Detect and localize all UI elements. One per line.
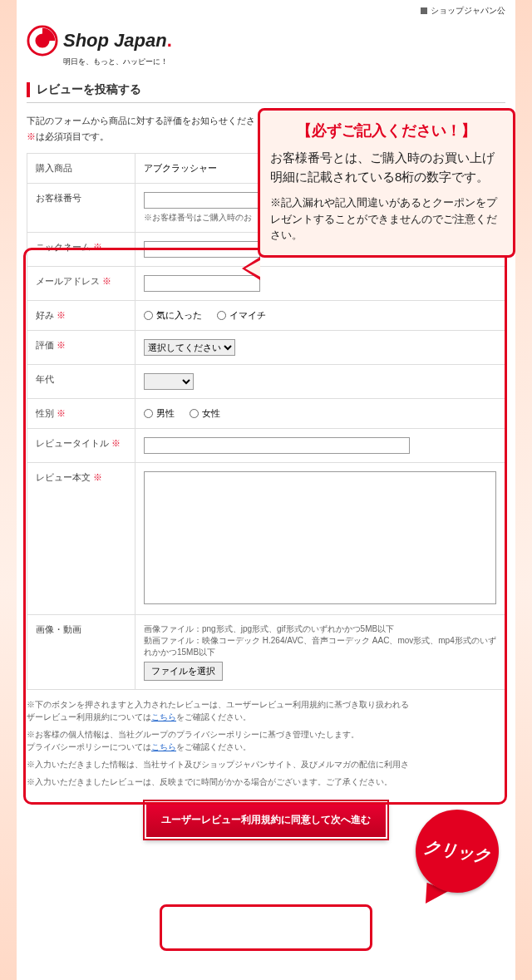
svg-point-1 xyxy=(35,33,49,47)
radio-icon xyxy=(190,409,199,418)
label-rating: 評価 ※ xyxy=(27,331,135,365)
media-help-1: 画像ファイル：png形式、jpg形式、gif形式のいずれかかつ5MB以下 xyxy=(144,623,496,635)
callout-note: ※記入漏れや記入間違いがあるとクーポンをプレゼントすることができませんのでご注意… xyxy=(270,195,503,244)
divider xyxy=(27,102,505,103)
brand-tagline: 明日を、もっと、ハッピーに！ xyxy=(63,57,505,67)
callout-body: お客様番号とは、ご購入時のお買い上げ明細に記載されている8桁の数字です。 xyxy=(270,149,503,186)
label-review-body: レビュー本文 ※ xyxy=(27,463,135,615)
radio-icon xyxy=(144,409,153,418)
pref-option-dislike[interactable]: イマイチ xyxy=(217,309,266,322)
callout-pointer-icon xyxy=(242,257,260,280)
label-preference: 好み ※ xyxy=(27,301,135,331)
submit-button[interactable]: ユーザーレビュー利用規約に同意して次へ進む xyxy=(145,801,387,839)
click-bubble-label: クリック xyxy=(411,805,505,899)
square-icon xyxy=(421,7,427,14)
label-age: 年代 xyxy=(27,365,135,399)
click-bubble: クリック xyxy=(416,810,507,901)
file-select-button[interactable]: ファイルを選択 xyxy=(144,662,223,681)
label-email: メールアドレス ※ xyxy=(27,267,135,301)
customer-no-input[interactable] xyxy=(144,192,260,209)
rating-select[interactable]: 選択してください xyxy=(144,339,235,356)
terms-link[interactable]: こちら xyxy=(151,712,176,721)
label-media: 画像・動画 xyxy=(27,615,135,690)
topbar-link[interactable]: ショップジャパン公 xyxy=(431,6,505,15)
label-customer-no: お客様番号 xyxy=(27,184,135,233)
callout-title: 【必ずご記入ください！】 xyxy=(270,121,503,140)
nickname-input[interactable] xyxy=(144,241,260,258)
gender-option-male[interactable]: 男性 xyxy=(144,407,175,420)
radio-icon xyxy=(217,311,226,320)
label-nickname: ニックネーム ※ xyxy=(27,233,135,267)
brand-name: Shop Japan xyxy=(63,30,167,51)
callout-box: 【必ずご記入ください！】 お客様番号とは、ご購入時のお買い上げ明細に記載されてい… xyxy=(258,108,515,258)
topbar: ショップジャパン公 xyxy=(27,0,505,22)
label-product: 購入商品 xyxy=(27,154,135,184)
logo-icon xyxy=(27,25,58,57)
page-title: レビューを投稿する xyxy=(27,82,505,97)
media-help-2: 動画ファイル：映像コーデック H.264/AVC、音声コーデック AAC、mov… xyxy=(144,635,496,658)
label-gender: 性別 ※ xyxy=(27,399,135,429)
label-review-title: レビュータイトル ※ xyxy=(27,429,135,463)
brand-dot: . xyxy=(167,30,172,51)
review-title-input[interactable] xyxy=(144,437,410,454)
privacy-link[interactable]: こちら xyxy=(151,742,176,751)
radio-icon xyxy=(144,311,153,320)
gender-option-female[interactable]: 女性 xyxy=(190,407,220,420)
review-body-textarea[interactable] xyxy=(144,471,496,604)
pref-option-like[interactable]: 気に入った xyxy=(144,309,202,322)
age-select[interactable] xyxy=(144,373,194,390)
notes-block: ※下のボタンを押されますと入力されたレビューは、ユーザーレビュー利用規約に基づき… xyxy=(27,698,505,788)
